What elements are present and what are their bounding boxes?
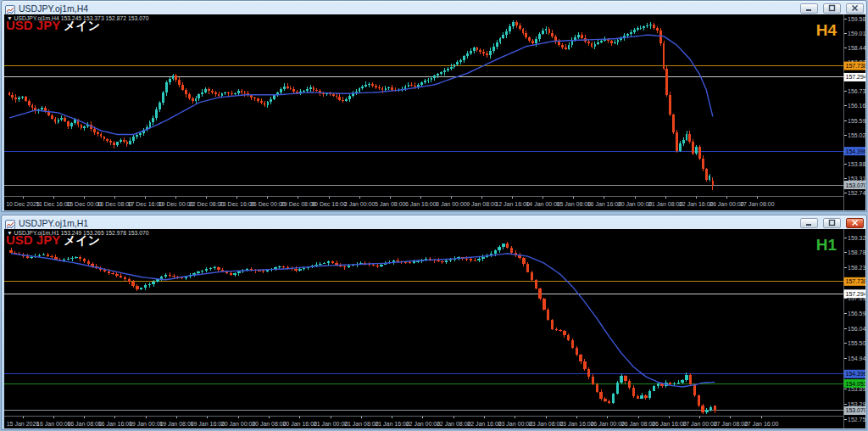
time-tick: 16 Jan 00:00 [36,421,71,427]
chart-area-h1[interactable]: 159.325158.785158.230157.135156.595156.0… [4,229,864,427]
price-tick: 154.945 [848,355,865,361]
price-tick: 156.595 [848,311,865,316]
time-tick: 20 Jan 08:00 [252,421,287,427]
time-tick: 27 Jan 08:00 [714,421,748,427]
time-tick: 27 Jan 00:00 [682,421,717,427]
time-tick: 20 Jan 00:00 [618,201,653,207]
price-tick: 158.785 [848,249,865,255]
time-tick: 21 Jan 16:00 [375,421,409,427]
time-tick: 21 Jan 00:00 [314,421,348,427]
svg-text:153.070: 153.070 [846,182,866,188]
time-tick: 23 Jan 16:00 [559,421,594,427]
time-tick: 23 Jan 00:00 [498,421,533,427]
time-tick: 15 Jan 2026 [7,421,40,427]
minimize-button[interactable] [800,3,818,14]
time-tick: 6 Jan 16:00 [405,201,437,207]
price-tick: 159.585 [848,16,865,22]
symbol-label: USD JPY [6,18,60,32]
restore-button[interactable] [823,3,841,14]
time-tick: 19 Jan 16:00 [191,421,225,427]
candlestick-chart-h4[interactable]: 159.585159.015158.445157.875156.735156.1… [4,14,865,210]
chart-background [4,229,865,428]
titlebar-h1[interactable]: USDJPY.oj1m,H1 [2,216,866,229]
price-tick: 152.745 [848,190,865,196]
timeframe-label: H1 [816,236,837,254]
price-tick: 152.755 [848,417,865,423]
time-tick: 26 Jan 00:00 [709,201,744,207]
chart-background [4,14,865,210]
price-tick: 155.500 [848,340,865,346]
price-tick: 153.885 [848,161,865,167]
time-tick: 16 Jan 16:00 [98,421,133,427]
price-tick: 155.595 [848,118,865,124]
time-tick: 20 Jan 00:00 [221,421,256,427]
svg-text:154.396: 154.396 [846,371,866,377]
chart-window-h1: USDJPY.oj1m,H1 159.325158.785158.230157.… [1,215,867,430]
svg-text:157.738: 157.738 [846,278,866,284]
chart-window-h4: USDJPY.oj1m,H4 159.585159.015158.445157.… [1,0,867,212]
minimize-button[interactable] [800,218,818,228]
time-tick: 9 Jan 08:00 [466,201,498,207]
time-tick: 26 Jan 16:00 [652,421,687,427]
overlay-label: メイン [64,233,100,247]
time-tick: 30 Dec 16:00 [311,201,347,207]
svg-text:157.294: 157.294 [846,291,866,297]
price-tick: 159.015 [848,31,865,36]
chart-icon [5,3,15,14]
time-tick: 21 Jan 08:00 [648,201,683,207]
time-tick: 27 Jan 08:00 [740,201,775,207]
overlay-label: メイン [64,19,100,32]
close-button[interactable] [846,3,864,14]
time-tick: 8 Jan 00:00 [436,201,467,207]
time-tick: 5 Jan 08:00 [375,201,406,207]
time-tick: 22 Jan 16:00 [467,421,502,427]
svg-text:154.051: 154.051 [846,381,866,387]
time-tick: 2 Jan 00:00 [344,201,376,207]
window-title: USDJPY.oj1m,H4 [19,3,88,14]
time-tick: 27 Jan 16:00 [744,421,779,427]
time-tick: 26 Jan 08:00 [621,421,656,427]
price-tick: 156.040 [848,326,865,332]
time-tick: 19 Jan 08:00 [159,421,194,427]
time-tick: 16 Jan 08:00 [67,421,102,427]
price-tick: 158.445 [848,45,865,51]
close-button[interactable] [846,218,864,228]
titlebar-h4[interactable]: USDJPY.oj1m,H4 [2,1,866,14]
price-tick: 156.735 [848,88,865,94]
time-tick: 22 Jan 16:00 [679,201,714,207]
restore-button[interactable] [823,218,841,228]
time-tick: 26 Jan 00:00 [590,421,625,427]
svg-text:153.070: 153.070 [846,407,866,413]
price-scale[interactable]: 159.325158.785158.230157.135156.595156.0… [844,229,866,428]
price-scale[interactable]: 159.585159.015158.445157.875156.735156.1… [844,14,866,210]
svg-text:157.294: 157.294 [846,74,866,80]
symbol-label: USD JPY [6,232,60,247]
time-tick: 22 Jan 00:00 [406,421,441,427]
time-tick: 14 Jan 00:00 [526,201,560,207]
time-tick: 19 Jan 00:00 [129,421,164,427]
time-tick: 21 Jan 08:00 [344,421,379,427]
price-tick: 155.025 [848,132,865,138]
time-tick: 12 Jan 16:00 [495,201,530,207]
chart-area-h4[interactable]: 159.585159.015158.445157.875156.735156.1… [4,14,864,209]
chart-icon [5,218,15,228]
time-tick: 15 Jan 08:00 [557,201,592,207]
window-title: USDJPY.oj1m,H1 [19,218,88,228]
svg-text:157.738: 157.738 [846,63,866,69]
time-tick: 23 Jan 08:00 [529,421,564,427]
price-tick: 156.165 [848,103,865,109]
price-tick: 159.325 [848,235,865,241]
time-tick: 10 Dec 2025 [6,201,40,207]
time-tick: 20 Jan 16:00 [282,421,317,427]
price-tick: 158.230 [848,265,865,271]
time-tick: 16 Jan 16:00 [587,201,622,207]
timeframe-label: H4 [816,21,837,39]
svg-text:154.396: 154.396 [846,148,866,154]
time-tick: 22 Jan 08:00 [437,421,471,427]
candlestick-chart-h1[interactable]: 159.325158.785158.230157.135156.595156.0… [4,229,865,428]
